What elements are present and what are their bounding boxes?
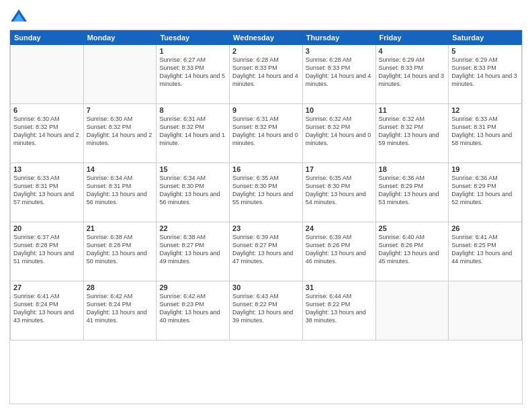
day-info: Sunrise: 6:38 AM Sunset: 8:27 PM Dayligh… — [159, 233, 226, 266]
day-number: 18 — [379, 165, 446, 173]
day-info: Sunrise: 6:42 AM Sunset: 8:24 PM Dayligh… — [87, 292, 154, 325]
day-info: Sunrise: 6:27 AM Sunset: 8:33 PM Dayligh… — [159, 56, 226, 89]
calendar-table: SundayMondayTuesdayWednesdayThursdayFrid… — [10, 30, 522, 340]
day-number: 16 — [232, 165, 300, 173]
day-number: 29 — [159, 283, 226, 291]
calendar-cell: 20Sunrise: 6:37 AM Sunset: 8:28 PM Dayli… — [11, 222, 84, 281]
day-number: 23 — [232, 224, 300, 232]
calendar-cell: 23Sunrise: 6:39 AM Sunset: 8:27 PM Dayli… — [230, 222, 303, 281]
calendar-cell — [83, 45, 157, 104]
calendar-cell: 4Sunrise: 6:29 AM Sunset: 8:33 PM Daylig… — [375, 45, 449, 104]
day-number: 9 — [232, 106, 300, 114]
day-info: Sunrise: 6:32 AM Sunset: 8:32 PM Dayligh… — [306, 115, 373, 148]
weekday-header: Sunday — [11, 31, 84, 45]
day-number: 27 — [13, 283, 81, 291]
calendar-cell: 3Sunrise: 6:28 AM Sunset: 8:33 PM Daylig… — [302, 45, 375, 104]
day-info: Sunrise: 6:39 AM Sunset: 8:26 PM Dayligh… — [306, 233, 373, 266]
day-info: Sunrise: 6:31 AM Sunset: 8:32 PM Dayligh… — [232, 115, 300, 148]
logo-icon — [9, 7, 28, 26]
day-info: Sunrise: 6:28 AM Sunset: 8:33 PM Dayligh… — [232, 56, 300, 89]
day-info: Sunrise: 6:30 AM Sunset: 8:32 PM Dayligh… — [13, 115, 81, 148]
day-info: Sunrise: 6:39 AM Sunset: 8:27 PM Dayligh… — [232, 233, 300, 266]
calendar-cell: 21Sunrise: 6:38 AM Sunset: 8:28 PM Dayli… — [83, 222, 157, 281]
day-info: Sunrise: 6:43 AM Sunset: 8:22 PM Dayligh… — [232, 292, 300, 325]
calendar-week-row: 13Sunrise: 6:33 AM Sunset: 8:31 PM Dayli… — [11, 163, 522, 222]
day-number: 10 — [306, 106, 373, 114]
calendar-cell: 16Sunrise: 6:35 AM Sunset: 8:30 PM Dayli… — [230, 163, 303, 222]
day-info: Sunrise: 6:29 AM Sunset: 8:33 PM Dayligh… — [379, 56, 446, 89]
weekday-header: Monday — [83, 31, 157, 45]
day-info: Sunrise: 6:33 AM Sunset: 8:31 PM Dayligh… — [451, 115, 519, 148]
calendar-cell: 31Sunrise: 6:44 AM Sunset: 8:22 PM Dayli… — [302, 281, 375, 340]
day-number: 17 — [306, 165, 373, 173]
day-info: Sunrise: 6:35 AM Sunset: 8:30 PM Dayligh… — [232, 174, 300, 207]
calendar-cell: 19Sunrise: 6:36 AM Sunset: 8:29 PM Dayli… — [449, 163, 522, 222]
calendar: SundayMondayTuesdayWednesdayThursdayFrid… — [9, 30, 523, 404]
day-number: 5 — [451, 47, 519, 55]
weekday-header: Friday — [375, 31, 449, 45]
day-info: Sunrise: 6:40 AM Sunset: 8:26 PM Dayligh… — [379, 233, 446, 266]
day-info: Sunrise: 6:34 AM Sunset: 8:30 PM Dayligh… — [159, 174, 226, 207]
weekday-header: Saturday — [449, 31, 522, 45]
calendar-header: SundayMondayTuesdayWednesdayThursdayFrid… — [11, 31, 522, 45]
calendar-cell: 2Sunrise: 6:28 AM Sunset: 8:33 PM Daylig… — [230, 45, 303, 104]
day-number: 31 — [306, 283, 373, 291]
calendar-cell: 29Sunrise: 6:42 AM Sunset: 8:23 PM Dayli… — [157, 281, 230, 340]
day-number: 21 — [87, 224, 154, 232]
day-info: Sunrise: 6:30 AM Sunset: 8:32 PM Dayligh… — [87, 115, 154, 148]
day-info: Sunrise: 6:36 AM Sunset: 8:29 PM Dayligh… — [379, 174, 446, 207]
day-number: 19 — [451, 165, 519, 173]
day-number: 15 — [159, 165, 226, 173]
calendar-cell: 25Sunrise: 6:40 AM Sunset: 8:26 PM Dayli… — [375, 222, 449, 281]
calendar-cell: 11Sunrise: 6:32 AM Sunset: 8:32 PM Dayli… — [375, 104, 449, 163]
day-info: Sunrise: 6:37 AM Sunset: 8:28 PM Dayligh… — [13, 233, 81, 266]
calendar-cell — [375, 281, 449, 340]
day-info: Sunrise: 6:41 AM Sunset: 8:25 PM Dayligh… — [451, 233, 519, 266]
calendar-cell: 28Sunrise: 6:42 AM Sunset: 8:24 PM Dayli… — [83, 281, 157, 340]
calendar-week-row: 6Sunrise: 6:30 AM Sunset: 8:32 PM Daylig… — [11, 104, 522, 163]
day-number: 20 — [13, 224, 81, 232]
day-number: 8 — [159, 106, 226, 114]
calendar-cell: 27Sunrise: 6:41 AM Sunset: 8:24 PM Dayli… — [11, 281, 84, 340]
calendar-cell: 12Sunrise: 6:33 AM Sunset: 8:31 PM Dayli… — [449, 104, 522, 163]
calendar-cell — [11, 45, 84, 104]
weekday-header: Wednesday — [230, 31, 303, 45]
calendar-body: 1Sunrise: 6:27 AM Sunset: 8:33 PM Daylig… — [11, 45, 522, 340]
calendar-cell: 5Sunrise: 6:29 AM Sunset: 8:33 PM Daylig… — [449, 45, 522, 104]
logo — [9, 7, 31, 26]
calendar-cell: 14Sunrise: 6:34 AM Sunset: 8:31 PM Dayli… — [83, 163, 157, 222]
day-number: 13 — [13, 165, 81, 173]
weekday-header: Thursday — [302, 31, 375, 45]
day-number: 14 — [87, 165, 154, 173]
header — [9, 7, 523, 26]
day-info: Sunrise: 6:31 AM Sunset: 8:32 PM Dayligh… — [159, 115, 226, 148]
day-number: 2 — [232, 47, 300, 55]
calendar-week-row: 27Sunrise: 6:41 AM Sunset: 8:24 PM Dayli… — [11, 281, 522, 340]
day-info: Sunrise: 6:33 AM Sunset: 8:31 PM Dayligh… — [13, 174, 81, 207]
calendar-cell: 10Sunrise: 6:32 AM Sunset: 8:32 PM Dayli… — [302, 104, 375, 163]
day-number: 1 — [159, 47, 226, 55]
calendar-cell: 15Sunrise: 6:34 AM Sunset: 8:30 PM Dayli… — [157, 163, 230, 222]
day-number: 7 — [87, 106, 154, 114]
day-info: Sunrise: 6:29 AM Sunset: 8:33 PM Dayligh… — [451, 56, 519, 89]
day-info: Sunrise: 6:34 AM Sunset: 8:31 PM Dayligh… — [87, 174, 154, 207]
day-number: 24 — [306, 224, 373, 232]
page: SundayMondayTuesdayWednesdayThursdayFrid… — [0, 0, 532, 411]
day-number: 26 — [451, 224, 519, 232]
day-info: Sunrise: 6:41 AM Sunset: 8:24 PM Dayligh… — [13, 292, 81, 325]
weekday-header: Tuesday — [157, 31, 230, 45]
calendar-cell: 30Sunrise: 6:43 AM Sunset: 8:22 PM Dayli… — [230, 281, 303, 340]
day-info: Sunrise: 6:32 AM Sunset: 8:32 PM Dayligh… — [379, 115, 446, 148]
calendar-cell: 7Sunrise: 6:30 AM Sunset: 8:32 PM Daylig… — [83, 104, 157, 163]
day-number: 30 — [232, 283, 300, 291]
calendar-week-row: 20Sunrise: 6:37 AM Sunset: 8:28 PM Dayli… — [11, 222, 522, 281]
day-number: 11 — [379, 106, 446, 114]
calendar-cell: 22Sunrise: 6:38 AM Sunset: 8:27 PM Dayli… — [157, 222, 230, 281]
day-info: Sunrise: 6:42 AM Sunset: 8:23 PM Dayligh… — [159, 292, 226, 325]
calendar-cell: 8Sunrise: 6:31 AM Sunset: 8:32 PM Daylig… — [157, 104, 230, 163]
day-number: 3 — [306, 47, 373, 55]
calendar-week-row: 1Sunrise: 6:27 AM Sunset: 8:33 PM Daylig… — [11, 45, 522, 104]
calendar-cell: 9Sunrise: 6:31 AM Sunset: 8:32 PM Daylig… — [230, 104, 303, 163]
day-info: Sunrise: 6:38 AM Sunset: 8:28 PM Dayligh… — [87, 233, 154, 266]
calendar-cell: 26Sunrise: 6:41 AM Sunset: 8:25 PM Dayli… — [449, 222, 522, 281]
